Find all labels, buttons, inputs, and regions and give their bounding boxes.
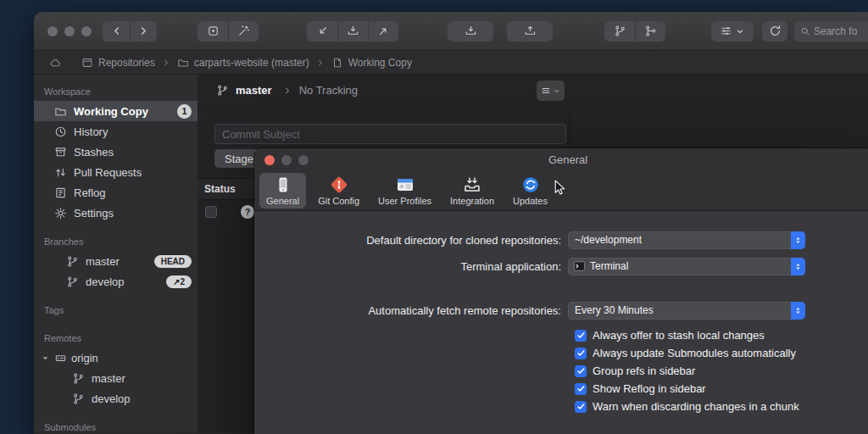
disclosure-triangle-icon[interactable] bbox=[41, 353, 50, 363]
unstash-button[interactable] bbox=[507, 21, 553, 42]
auto-fetch-row: Automatically fetch remote repositories:… bbox=[254, 301, 805, 320]
desktop: Repositories carparts-website (master) W… bbox=[0, 0, 868, 434]
sidebar-remote-branch-master[interactable]: master bbox=[34, 368, 198, 388]
sidebar-remote-origin[interactable]: origin bbox=[34, 348, 198, 368]
sidebar-item-reflog[interactable]: Reflog bbox=[34, 182, 198, 203]
breadcrumb-working-copy[interactable]: Working Copy bbox=[331, 57, 412, 69]
document-icon bbox=[331, 57, 343, 69]
branch-icon bbox=[66, 255, 79, 268]
pull-icon bbox=[347, 25, 359, 37]
cloned-directory-popup[interactable]: ~/development bbox=[568, 231, 805, 249]
merge-icon bbox=[644, 25, 657, 37]
sidebar: Workspace Working Copy 1 History Stashes… bbox=[34, 75, 198, 433]
sidebar-remote-branch-develop[interactable]: develop bbox=[34, 388, 198, 409]
checkbox-warn-discard-chunk[interactable]: Warn when discarding changes in a chunk bbox=[575, 400, 799, 413]
breadcrumb-repository[interactable]: carparts-website (master) bbox=[177, 57, 309, 69]
sidebar-section-workspace: Workspace bbox=[34, 80, 198, 101]
chevron-right-icon bbox=[315, 58, 326, 68]
checkbox-checked-icon[interactable] bbox=[575, 348, 587, 359]
tab-user-profiles[interactable]: User Profiles bbox=[371, 173, 438, 209]
branch-button[interactable] bbox=[604, 21, 635, 42]
checkbox-checked-icon[interactable] bbox=[575, 383, 587, 395]
sidebar-section-branches: Branches bbox=[34, 230, 198, 251]
commit-icon bbox=[207, 25, 220, 37]
close-window-button[interactable] bbox=[47, 26, 58, 36]
remote-accounts-button[interactable] bbox=[49, 57, 61, 69]
tab-label: Updates bbox=[513, 196, 548, 206]
sync-button-group bbox=[307, 21, 398, 42]
view-options-button[interactable] bbox=[711, 21, 754, 42]
minimize-window-button[interactable] bbox=[64, 26, 75, 36]
git-config-icon bbox=[330, 175, 348, 194]
commit-options-menu-button[interactable] bbox=[537, 81, 565, 101]
checkbox-checked-icon[interactable] bbox=[575, 365, 587, 377]
popup-stepper-icon bbox=[791, 231, 805, 249]
tab-updates[interactable]: Updates bbox=[506, 173, 554, 209]
tab-label: General bbox=[266, 196, 299, 206]
zoom-window-button[interactable] bbox=[81, 26, 92, 36]
sidebar-item-label: Working Copy bbox=[74, 105, 148, 118]
checkbox-group-refs[interactable]: Group refs in sidebar bbox=[575, 364, 799, 377]
remote-branch-label: master bbox=[92, 372, 125, 385]
preferences-titlebar[interactable]: General bbox=[254, 148, 868, 171]
head-badge: HEAD bbox=[154, 255, 192, 268]
popup-stepper-icon bbox=[791, 302, 805, 320]
cloud-icon bbox=[49, 57, 61, 69]
chevron-right-icon bbox=[282, 86, 292, 96]
checkbox-show-reflog[interactable]: Show Reflog in sidebar bbox=[575, 382, 799, 395]
tab-integration[interactable]: Integration bbox=[443, 173, 501, 209]
breadcrumb-working-copy-label: Working Copy bbox=[348, 57, 412, 69]
zoom-dialog-button[interactable] bbox=[298, 155, 309, 165]
integration-icon bbox=[463, 175, 481, 194]
auto-fetch-popup[interactable]: Every 30 Minutes bbox=[568, 302, 805, 320]
checkbox-checked-icon[interactable] bbox=[575, 401, 587, 413]
commit-subject-input[interactable] bbox=[214, 124, 566, 144]
back-button[interactable] bbox=[103, 21, 130, 42]
gear-icon bbox=[54, 207, 67, 220]
sidebar-branch-develop[interactable]: develop ↗2 bbox=[34, 271, 198, 292]
chevron-right-icon bbox=[161, 58, 171, 68]
sidebar-branch-master[interactable]: master HEAD bbox=[34, 251, 198, 271]
refresh-button[interactable] bbox=[762, 21, 787, 42]
ahead-badge: ↗2 bbox=[166, 275, 192, 288]
sidebar-item-stashes[interactable]: Stashes bbox=[34, 142, 198, 162]
fetch-button[interactable] bbox=[307, 21, 337, 42]
sidebar-item-working-copy[interactable]: Working Copy 1 bbox=[34, 101, 198, 121]
clock-icon bbox=[54, 125, 67, 138]
sidebar-item-history[interactable]: History bbox=[34, 121, 198, 142]
pending-count-badge: 1 bbox=[177, 104, 192, 119]
checkbox-checked-icon[interactable] bbox=[575, 330, 587, 342]
checkbox-label: Group refs in sidebar bbox=[593, 364, 695, 377]
minimize-dialog-button[interactable] bbox=[281, 155, 292, 165]
close-dialog-button[interactable] bbox=[264, 155, 275, 165]
checkbox-stash-local-changes[interactable]: Always offer to stash local changes bbox=[575, 329, 799, 342]
breadcrumb-repositories[interactable]: Repositories bbox=[81, 57, 155, 69]
merge-button[interactable] bbox=[635, 21, 665, 42]
tab-git-config[interactable]: Git Config bbox=[311, 173, 366, 209]
terminal-app-popup[interactable]: Terminal bbox=[568, 258, 805, 275]
tab-general[interactable]: General bbox=[259, 173, 306, 209]
push-button[interactable] bbox=[368, 21, 398, 42]
hamburger-menu-icon bbox=[541, 86, 551, 96]
sidebar-item-settings[interactable]: Settings bbox=[34, 203, 198, 223]
sidebar-section-remotes: Remotes bbox=[34, 326, 198, 348]
search-input[interactable] bbox=[814, 25, 868, 37]
sidebar-section-submodules: Submodules bbox=[34, 415, 198, 433]
sidebar-section-tags: Tags bbox=[34, 298, 198, 320]
fetch-icon bbox=[316, 25, 329, 37]
popup-value: ~/development bbox=[575, 234, 791, 246]
pull-button[interactable] bbox=[337, 21, 368, 42]
breadcrumb-repository-label: carparts-website (master) bbox=[194, 57, 309, 69]
breadcrumb-repositories-label: Repositories bbox=[98, 57, 155, 69]
commit-button[interactable] bbox=[198, 21, 228, 42]
sidebar-item-label: Pull Requests bbox=[74, 166, 142, 179]
wand-icon bbox=[237, 25, 250, 37]
checkbox-update-submodules[interactable]: Always update Submodules automatically bbox=[575, 347, 799, 359]
sidebar-item-label: Settings bbox=[74, 207, 114, 220]
status-column-header: Status bbox=[204, 183, 236, 195]
sidebar-item-pull-requests[interactable]: Pull Requests bbox=[34, 162, 198, 182]
file-stage-checkbox[interactable] bbox=[205, 206, 217, 218]
checkout-button[interactable] bbox=[228, 21, 259, 42]
stash-button[interactable] bbox=[448, 21, 493, 42]
forward-button[interactable] bbox=[130, 21, 157, 42]
